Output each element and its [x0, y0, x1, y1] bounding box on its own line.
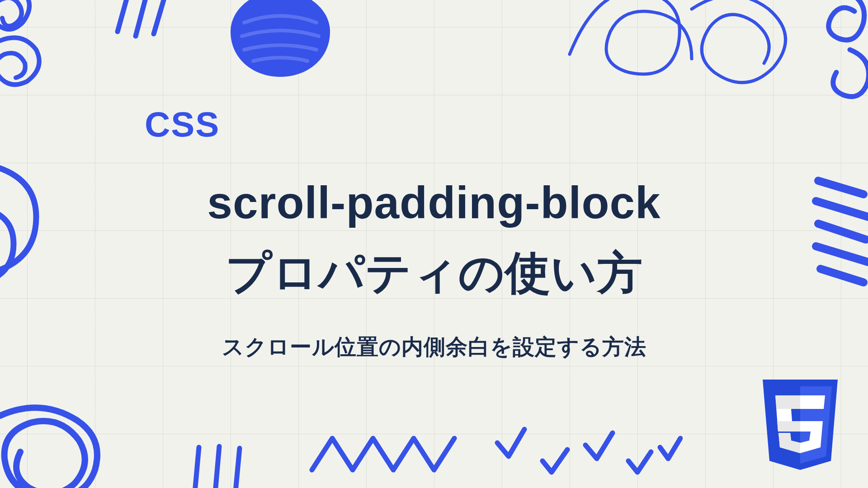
subtitle: スクロール位置の内側余白を設定する方法 — [222, 333, 646, 361]
content-area: CSS scroll-padding-block プロパティの使い方 スクロール… — [0, 0, 868, 488]
category-label: CSS — [145, 104, 220, 145]
css3-logo-icon — [757, 380, 843, 477]
main-title: scroll-padding-block プロパティの使い方 — [207, 168, 660, 308]
title-line-2: プロパティの使い方 — [226, 247, 643, 298]
title-line-1: scroll-padding-block — [207, 177, 660, 228]
